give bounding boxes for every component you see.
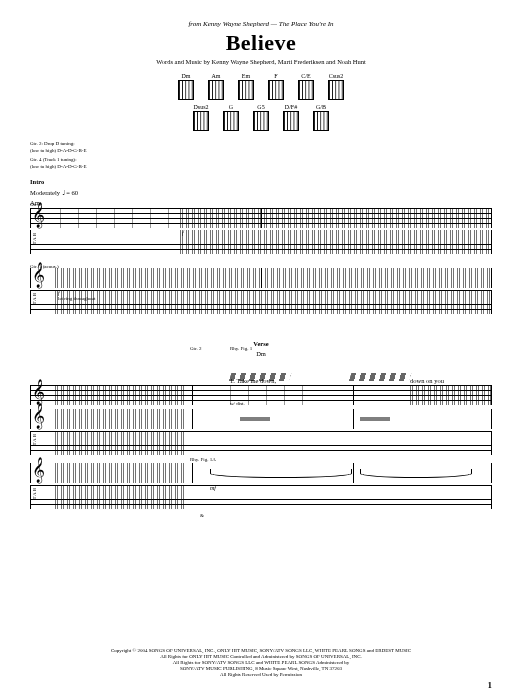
chord-grid-icon (193, 111, 209, 131)
notation-staff: 𝄞 w/ dist. TAB (30, 409, 492, 455)
tie-icon (210, 469, 352, 478)
notation-staff: 𝄞 f Gtr. 2 TAB (30, 208, 492, 254)
chord-diagram: F (268, 73, 284, 100)
chord-diagram: Em (238, 73, 254, 100)
tuning-notes: Gtr. 2: Drop D tuning: (low to high) D-A… (30, 141, 492, 170)
tab-staff: TAB (30, 230, 492, 254)
guitar-label: Gtr. 2 (190, 346, 201, 351)
treble-clef-icon: 𝄞 (32, 204, 45, 226)
chord-diagram: Dsus2 (193, 104, 209, 131)
song-title: Believe (30, 30, 492, 56)
notation-staff: 𝄞 f let ring throughout TAB (30, 268, 492, 314)
treble-clef-icon: 𝄞 (32, 405, 45, 427)
chord-diagram: Am (208, 73, 224, 100)
system-row-verse: Verse Dm Rhy. Fig. 1 Gtr. 2 𝄞 1. Take me… (30, 332, 492, 509)
chord-diagram: Csus2 (328, 73, 344, 100)
tab-label-icon: TAB (32, 433, 37, 446)
header: from Kenny Wayne Shepherd — The Place Yo… (30, 20, 492, 65)
beat-indicator: & (200, 513, 204, 518)
notation-staff: Rhy. Fig. 1A 𝄞 mf TAB & (30, 463, 492, 509)
lyric-text: 1. Take me down, (230, 377, 276, 384)
guitar-label: Gtr. 2 (30, 202, 41, 207)
treble-clef-icon: 𝄞 (32, 264, 45, 286)
chord-grid-icon (313, 111, 329, 131)
treble-clef-icon: 𝄞 (32, 381, 45, 403)
copyright-line: All Rights Reserved Used by Permission (30, 672, 492, 678)
chord-grid-icon (253, 111, 269, 131)
chord-symbol: Dm (30, 350, 492, 357)
rhythm-figure-label: Rhy. Fig. 1A (190, 457, 216, 462)
chord-diagram: D/F# (283, 104, 299, 131)
chord-diagram: G (223, 104, 239, 131)
tempo-marking: Moderately ♩ = 60 (30, 189, 492, 197)
sheet-music-page: from Kenny Wayne Shepherd — The Place Yo… (0, 0, 522, 696)
section-label-intro: Intro (30, 178, 492, 185)
tab-label-icon: TAB (32, 232, 37, 245)
chord-grid-icon (328, 80, 344, 100)
tuning-line: (low to high) D-A-D-G-B-E (30, 164, 492, 171)
chord-row-1: Dm Am Em F C/E Csus2 (30, 73, 492, 100)
lyric-text: down on you (410, 377, 444, 384)
chord-diagram: C/E (298, 73, 314, 100)
chord-grid-icon (298, 80, 314, 100)
notation-staff: 𝄞 1. Take me down, down on you (30, 385, 492, 405)
chord-grid-icon (268, 80, 284, 100)
chord-diagram: G/B (313, 104, 329, 131)
performance-note: w/ dist. (230, 401, 245, 406)
section-label-verse: Verse (253, 340, 268, 347)
system-row-intro: Intro Moderately ♩ = 60 Am 𝄞 f Gtr. 2 TA… (30, 178, 492, 254)
rhythm-figure-label: Rhy. Fig. 1 (230, 346, 252, 351)
chord-grid-icon (208, 80, 224, 100)
chord-diagram-block: Dm Am Em F C/E Csus2 Dsus2 G G5 D/F# G/B (30, 73, 492, 131)
chord-diagram: Dm (178, 73, 194, 100)
tab-staff: TAB (30, 431, 492, 455)
page-number: 1 (488, 680, 493, 690)
tab-staff: TAB (30, 290, 492, 314)
treble-clef-icon: 𝄞 (32, 459, 45, 481)
chord-grid-icon (178, 80, 194, 100)
system-row-2: Gtr. 1 (acous.) 𝄞 f let ring throughout … (30, 268, 492, 314)
chord-row-2: Dsus2 G G5 D/F# G/B (30, 104, 492, 131)
chord-diagram: G5 (253, 104, 269, 131)
tab-staff: TAB & (30, 485, 492, 509)
tab-label-icon: TAB (32, 487, 37, 500)
chord-symbol: Am (30, 199, 492, 206)
tie-icon (360, 469, 472, 478)
chord-grid-icon (223, 111, 239, 131)
from-line: from Kenny Wayne Shepherd — The Place Yo… (30, 20, 492, 28)
credits: Words and Music by Kenny Wayne Shepherd,… (30, 58, 492, 65)
chord-grid-icon (283, 111, 299, 131)
copyright-block: Copyright © 2004 SONGS OF UNIVERSAL, INC… (30, 648, 492, 678)
tab-label-icon: TAB (32, 292, 37, 305)
chord-grid-icon (238, 80, 254, 100)
